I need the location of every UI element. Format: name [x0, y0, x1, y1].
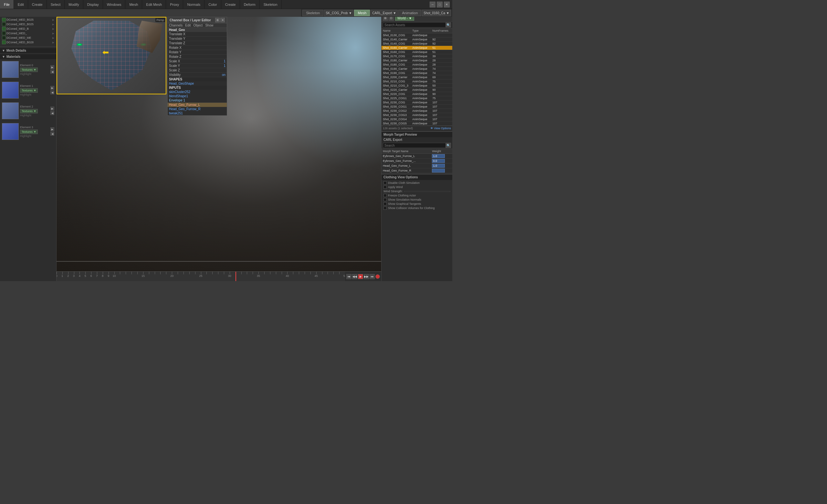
- cb-menu-edit[interactable]: Edit: [185, 23, 191, 27]
- clothing-checkbox[interactable]: [383, 198, 387, 201]
- asset-row[interactable]: Shot_0200_CarrierAnimSeque69: [382, 75, 452, 80]
- skip-start-button[interactable]: ⏮: [346, 274, 351, 279]
- mesh-dropdown[interactable]: CARL_Export ▼: [371, 10, 398, 16]
- cb-input-item[interactable]: tweak251: [168, 111, 227, 115]
- cb-menu-object[interactable]: Object: [194, 23, 203, 27]
- cb-transform-row[interactable]: Rotate X: [168, 46, 227, 50]
- asset-row[interactable]: Shot_0230_COGAnimSeque107: [382, 100, 452, 105]
- material-type-btn[interactable]: Textures ▼: [20, 67, 38, 72]
- mesh-tab[interactable]: Mesh: [354, 10, 370, 16]
- record-button[interactable]: [375, 274, 380, 279]
- menu-edit[interactable]: Edit: [14, 0, 28, 9]
- asset-row[interactable]: Shot_0160_CarrierAnimSeque51: [382, 46, 452, 50]
- cb-transform-row[interactable]: Rotate Y: [168, 50, 227, 55]
- asset-row[interactable]: Shot_0180_COGAnimSeque28: [382, 63, 452, 67]
- material-arrow-up[interactable]: ▶: [50, 127, 54, 131]
- timeline-ruler[interactable]: 0123456789101520253035404550: [56, 272, 345, 281]
- skip-end-button[interactable]: ⏭: [370, 274, 375, 279]
- outline-item[interactable]: DConed_MED_B025 ▶: [1, 17, 56, 22]
- clothing-checkbox[interactable]: [383, 186, 387, 189]
- close-button[interactable]: ✕: [444, 2, 450, 7]
- morph-weight-input[interactable]: [432, 159, 445, 163]
- asset-col-header[interactable]: NumFrames: [431, 29, 452, 33]
- morph-row[interactable]: Eybrows_Geo_Furrow_...: [382, 159, 452, 163]
- cb-transform-row[interactable]: Scale Y1: [168, 64, 227, 68]
- cb-input-item[interactable]: skinCluster252: [168, 90, 227, 94]
- step-back-button[interactable]: ◀◀: [352, 274, 357, 279]
- cb-settings-btn[interactable]: ⚙: [215, 18, 220, 22]
- asset-row[interactable]: Shot_0180_CarrierAnimSeque28: [382, 58, 452, 63]
- material-arrow-down[interactable]: ◀: [50, 70, 54, 74]
- morph-search-button[interactable]: 🔍: [446, 143, 451, 148]
- material-arrow-up[interactable]: ▶: [50, 86, 54, 90]
- menu-display[interactable]: Display: [83, 0, 103, 9]
- asset-row[interactable]: Shot_0210_COGAnimSeque75: [382, 80, 452, 84]
- asset-row[interactable]: Shot_0220_COGAnimSeque90: [382, 92, 452, 96]
- cb-input-item[interactable]: Head_Geo_Furrow_R: [168, 107, 227, 111]
- morph-row[interactable]: Head_Geo_Furrow_R: [382, 168, 452, 173]
- menu-file[interactable]: File: [0, 0, 14, 9]
- search-button[interactable]: 🔍: [446, 22, 451, 28]
- menu-edit-mesh[interactable]: Edit Mesh: [142, 0, 166, 9]
- morph-weight-input[interactable]: [432, 169, 445, 172]
- cb-transform-row[interactable]: Translate Y: [168, 37, 227, 41]
- asset-row[interactable]: Shot_0230_COG3AnimSeque107: [382, 113, 452, 117]
- menu-windows[interactable]: Windows: [103, 0, 126, 9]
- menu-color[interactable]: Color: [204, 0, 221, 9]
- outline-item[interactable]: DConed_MED_B028 ▶: [1, 40, 56, 45]
- asset-row[interactable]: Shot_0140_COGAnimSeque92: [382, 42, 452, 46]
- menu-create2[interactable]: Create: [221, 0, 240, 9]
- search-input[interactable]: [383, 22, 446, 28]
- animation-tab[interactable]: Animation: [398, 10, 421, 16]
- asset-row[interactable]: Shot_0230_COG4AnimSeque107: [382, 117, 452, 121]
- outline-checkbox[interactable]: [2, 40, 6, 44]
- menu-skeleton[interactable]: Skeleton: [260, 0, 282, 9]
- asset-row[interactable]: Shot_0230_COG5AnimSeque107: [382, 121, 452, 126]
- menu-proxy[interactable]: Proxy: [166, 0, 183, 9]
- menu-mesh[interactable]: Mesh: [125, 0, 142, 9]
- morph-weight-input[interactable]: [432, 164, 445, 168]
- material-arrow-down[interactable]: ◀: [50, 132, 54, 136]
- outline-item[interactable]: DConed_MED_ME ▶: [1, 36, 56, 40]
- maximize-button[interactable]: □: [437, 2, 443, 7]
- left-panel-resize[interactable]: [55, 17, 56, 281]
- asset-row[interactable]: Shot_0190_COGAnimSeque74: [382, 71, 452, 75]
- material-type-btn[interactable]: Textures ▼: [20, 109, 38, 113]
- outline-item[interactable]: DConed_MED_B ▶: [1, 27, 56, 31]
- morph-search-input[interactable]: [383, 143, 446, 148]
- cb-close-btn[interactable]: ✕: [220, 18, 225, 22]
- clothing-checkbox[interactable]: [383, 194, 387, 197]
- asset-row[interactable]: Shot_0160_COGAnimSeque51: [382, 50, 452, 54]
- skeleton-dropdown[interactable]: SK_COG_Prob ▼: [324, 10, 353, 16]
- clothing-checkbox[interactable]: [383, 206, 387, 210]
- menu-deform[interactable]: Deform: [240, 0, 260, 9]
- cb-menu-channels[interactable]: Channels: [169, 23, 183, 27]
- menu-select[interactable]: Select: [47, 0, 65, 9]
- asset-col-header[interactable]: Name: [382, 29, 411, 33]
- material-arrow-down[interactable]: ◀: [50, 91, 54, 94]
- material-arrow-up[interactable]: ▶: [50, 65, 54, 69]
- cb-transform-row[interactable]: Translate X: [168, 32, 227, 37]
- outline-checkbox[interactable]: [2, 27, 6, 31]
- view-options-link[interactable]: 👁 View Options: [430, 127, 451, 130]
- cb-transform-row[interactable]: Translate Z: [168, 41, 227, 46]
- outline-checkbox[interactable]: [2, 22, 6, 26]
- asset-col-header[interactable]: Type: [411, 29, 431, 33]
- asset-row[interactable]: Shot_0170_COGAnimSeque39: [382, 54, 452, 58]
- cb-input-selected[interactable]: Head_Geo_Furrow_L: [168, 103, 227, 107]
- outline-checkbox[interactable]: [2, 31, 6, 35]
- material-arrow-down[interactable]: ◀: [50, 111, 54, 115]
- wind-bar[interactable]: [404, 191, 450, 192]
- step-forward-button[interactable]: ▶▶: [364, 274, 369, 279]
- outline-item[interactable]: DConed_MED_ ▶: [1, 31, 56, 36]
- asset-row[interactable]: Shot_0210_COG_3AnimSeque50: [382, 84, 452, 88]
- asset-row[interactable]: Shot_0140_CarrierAnimSeque92: [382, 38, 452, 42]
- outline-item[interactable]: DConed_MED_B025 ▶: [1, 22, 56, 27]
- clothing-checkbox[interactable]: [383, 181, 387, 185]
- cb-transform-row[interactable]: Scale X1: [168, 59, 227, 64]
- menu-modify[interactable]: Modify: [64, 0, 83, 9]
- morph-weight-input[interactable]: [432, 154, 445, 158]
- cb-transform-row[interactable]: Visibilityon: [168, 73, 227, 77]
- menu-create[interactable]: Create: [28, 0, 47, 9]
- clothing-checkbox[interactable]: [383, 202, 387, 205]
